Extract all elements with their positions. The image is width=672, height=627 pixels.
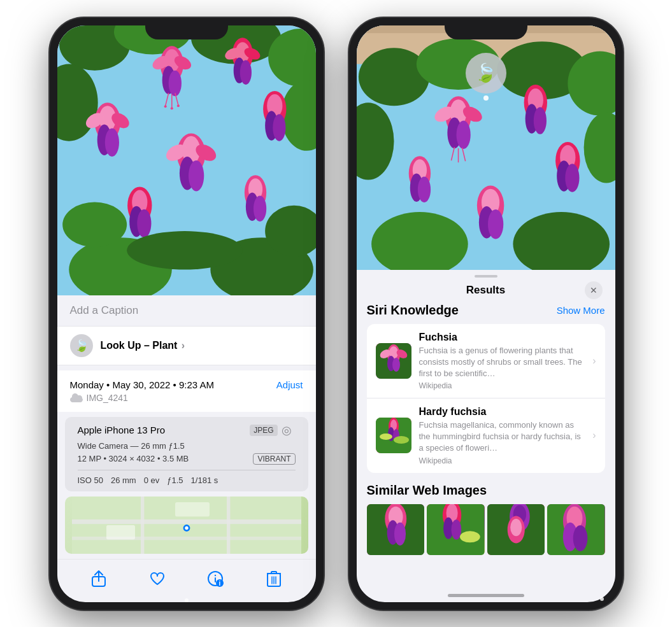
mp-text: 12 MP • 3024 × 4032 • 3.5 MB xyxy=(78,454,189,463)
fuchsia-desc: Fuchsia is a genus of flowering plants t… xyxy=(419,345,585,380)
phone-2: 🍃 Results ✕ Siri Knowledge Show More xyxy=(349,18,623,610)
svg-point-144 xyxy=(573,525,588,551)
siri-dot xyxy=(483,95,489,101)
svg-point-123 xyxy=(394,436,409,444)
svg-point-50 xyxy=(176,104,179,107)
hardy-desc: Fuchsia magellanica, commonly known as t… xyxy=(419,419,585,454)
svg-rect-59 xyxy=(106,525,135,540)
knowledge-card: Fuchsia Fuchsia is a genus of flowering … xyxy=(367,324,605,473)
results-header: Results ✕ xyxy=(357,278,615,303)
delete-button[interactable] xyxy=(262,567,285,590)
visual-lookup-icon: 🍃 xyxy=(70,334,93,357)
svg-text:i: i xyxy=(219,580,221,587)
location-icon: ◎ xyxy=(282,423,296,437)
hardy-thumbnail xyxy=(376,418,411,453)
format-badge: JPEG xyxy=(250,425,277,436)
svg-point-106 xyxy=(488,209,503,239)
info-area: Add a Caption 🍃 Look Up – Plant › Monday… xyxy=(57,295,316,559)
similar-title: Similar Web Images xyxy=(367,483,605,498)
results-title: Results xyxy=(466,284,505,297)
similar-image-3[interactable] xyxy=(487,504,545,555)
vibrant-badge: VIBRANT xyxy=(253,453,295,465)
svg-point-52 xyxy=(62,202,127,247)
favorite-button[interactable] xyxy=(146,567,169,590)
svg-point-88 xyxy=(456,120,470,148)
device-name: Apple iPhone 13 Pro xyxy=(78,425,166,435)
chevron-icon-2: › xyxy=(592,430,596,441)
similar-image-4[interactable] xyxy=(547,504,605,555)
exif-shutter: 1/181 s xyxy=(191,476,218,485)
filename-row: IMG_4241 xyxy=(70,393,303,403)
knowledge-item-fuchsia[interactable]: Fuchsia Fuchsia is a genus of flowering … xyxy=(367,324,605,399)
svg-point-40 xyxy=(137,209,151,237)
svg-point-49 xyxy=(170,107,173,109)
photo-indicator-2 xyxy=(600,597,604,601)
meta-section: Monday • May 30, 2022 • 9:23 AM Adjust I… xyxy=(57,370,316,412)
hardy-name: Hardy fuchsia xyxy=(419,406,585,418)
device-section: Apple iPhone 13 Pro JPEG ◎ Wide Camera —… xyxy=(65,417,308,491)
fuchsia-name: Fuchsia xyxy=(419,332,585,343)
toolbar: i xyxy=(57,559,316,598)
notch-1 xyxy=(145,18,228,39)
svg-point-24 xyxy=(104,128,118,156)
lookup-row[interactable]: 🍃 Look Up – Plant › xyxy=(57,327,316,365)
fuchsia-source: Wikipedia xyxy=(419,381,585,390)
photo-indicator xyxy=(185,598,189,602)
notch-2 xyxy=(445,18,527,39)
exif-ev: 0 ev xyxy=(144,476,160,485)
svg-point-34 xyxy=(189,160,204,191)
svg-point-44 xyxy=(253,195,266,221)
results-panel: Results ✕ Siri Knowledge Show More xyxy=(357,270,615,591)
adjust-button[interactable]: Adjust xyxy=(276,379,303,390)
phone-1: Add a Caption 🍃 Look Up – Plant › Monday… xyxy=(50,18,324,610)
photo-area-2[interactable]: 🍃 xyxy=(357,25,615,270)
svg-point-133 xyxy=(451,519,461,540)
caption-placeholder: Add a Caption xyxy=(70,304,139,316)
svg-point-48 xyxy=(164,105,166,108)
exif-focal: 26 mm xyxy=(111,476,136,485)
lookup-label: Look Up – Plant › xyxy=(101,340,185,351)
svg-rect-60 xyxy=(175,502,210,517)
knowledge-item-hardy[interactable]: Hardy fuchsia Fuchsia magellanica, commo… xyxy=(367,398,605,473)
svg-point-12 xyxy=(168,70,181,95)
hardy-info: Hardy fuchsia Fuchsia magellanica, commo… xyxy=(419,406,585,465)
phone-2-screen: 🍃 Results ✕ Siri Knowledge Show More xyxy=(357,25,615,602)
svg-point-114 xyxy=(392,358,400,372)
svg-point-94 xyxy=(533,107,546,134)
hardy-source: Wikipedia xyxy=(419,456,585,465)
close-button[interactable]: ✕ xyxy=(585,281,603,299)
svg-point-98 xyxy=(417,176,430,202)
phone-1-screen: Add a Caption 🍃 Look Up – Plant › Monday… xyxy=(57,25,316,602)
svg-point-65 xyxy=(215,574,216,575)
caption-field[interactable]: Add a Caption xyxy=(57,295,316,327)
svg-rect-57 xyxy=(227,497,230,554)
svg-rect-55 xyxy=(72,519,301,524)
siri-knowledge-title: Siri Knowledge xyxy=(367,303,459,318)
info-button[interactable]: i xyxy=(204,567,227,590)
photo-date: Monday • May 30, 2022 • 9:23 AM xyxy=(70,379,214,390)
svg-point-102 xyxy=(565,164,579,192)
share-button[interactable] xyxy=(87,567,110,590)
fuchsia-info: Fuchsia Fuchsia is a genus of flowering … xyxy=(419,332,585,391)
chevron-icon-1: › xyxy=(592,355,596,367)
svg-point-122 xyxy=(380,433,392,440)
similar-images-section: Similar Web Images xyxy=(357,483,615,563)
show-more-button[interactable]: Show More xyxy=(557,305,605,316)
siri-visual-lookup-bubble: 🍃 xyxy=(466,53,506,94)
photo-area-1[interactable] xyxy=(57,25,316,295)
cloud-icon xyxy=(70,393,83,402)
similar-image-1[interactable] xyxy=(367,504,425,555)
camera-specs: Wide Camera — 26 mm ƒ1.5 xyxy=(78,441,296,451)
exif-row: ISO 50 26 mm 0 ev ƒ1.5 1/181 s xyxy=(78,470,296,485)
svg-point-51 xyxy=(127,231,243,270)
similar-image-2[interactable] xyxy=(427,504,485,555)
svg-rect-56 xyxy=(141,497,144,554)
fuchsia-thumbnail xyxy=(376,343,411,379)
exif-aperture: ƒ1.5 xyxy=(167,476,183,485)
svg-point-30 xyxy=(273,114,285,141)
map-area[interactable] xyxy=(65,497,308,554)
similar-grid xyxy=(367,504,605,555)
map-svg xyxy=(65,497,308,554)
svg-point-62 xyxy=(185,526,188,529)
svg-point-128 xyxy=(394,522,405,545)
